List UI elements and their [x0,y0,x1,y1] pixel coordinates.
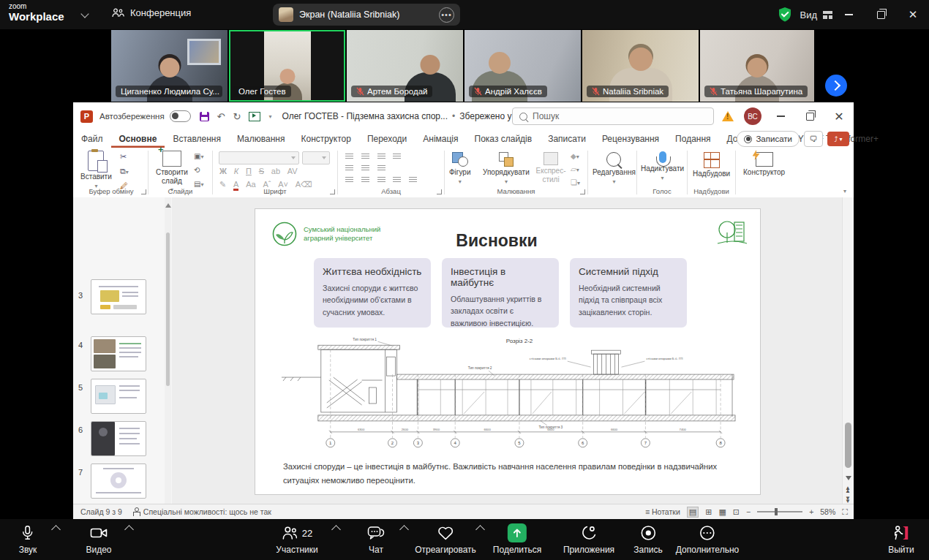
smartart-icon[interactable] [409,177,417,183]
audio-button[interactable]: Звук [19,523,37,555]
ppt-close-button[interactable]: ✕ [824,102,854,130]
record-button[interactable]: Записати [737,131,800,147]
tab-home[interactable]: Основне [111,130,165,148]
gallery-next-page-button[interactable] [825,75,847,97]
align-right-icon[interactable] [377,177,385,183]
record-meeting-button[interactable]: Запись [633,523,662,555]
autosave-toggle[interactable] [170,110,191,122]
next-slide-button[interactable]: ▼▼ [845,497,851,504]
chat-button[interactable]: Чат [367,523,385,555]
addins-button[interactable]: Надбудови [693,152,730,178]
scroll-thumb[interactable] [845,423,851,468]
slide-sorter-icon[interactable]: ⊞ [705,507,712,517]
participants-button[interactable]: 22 Участники [276,523,317,555]
zoom-level[interactable]: 58% [820,507,835,516]
reset-slide-icon[interactable]: ⟲ [194,166,203,174]
video-options-chevron[interactable] [124,525,134,534]
tab-options-icon[interactable]: ••• [439,7,454,23]
quick-styles-button[interactable]: Експрес-стилі [534,152,568,183]
participant-tile[interactable]: Андрій Халєєв [464,30,581,102]
accessibility-status[interactable]: Спеціальні можливості: щось не так [143,507,271,516]
tab-animations[interactable]: Анімація [415,130,466,148]
participant-tile[interactable]: Артем Бородай [347,30,463,102]
slide-thumbnail-6[interactable] [91,421,146,456]
reading-view-icon[interactable]: ▦ [718,507,726,517]
decrease-indent-icon[interactable] [345,165,353,172]
shape-effects-icon[interactable]: ❏▾ [571,178,580,186]
zoom-in-icon[interactable]: + [809,507,813,516]
underline-icon[interactable]: П [246,167,252,175]
tab-review[interactable]: Рецензування [594,130,667,148]
panel-scrollbar[interactable] [165,197,171,504]
screen-share-tab[interactable]: Экран (Nataliia Sribniak) ••• [273,4,460,26]
view-grid-icon[interactable] [823,11,832,19]
justify-icon[interactable] [393,177,401,183]
comments-button[interactable]: 🗨 [804,131,823,147]
layout-icon[interactable]: ▣▾ [194,152,203,160]
quick-access-more-icon[interactable]: ▾ [268,113,271,120]
dictate-button[interactable]: Надиктувати▾ [641,151,684,181]
font-name-combo[interactable] [219,151,299,164]
chat-options-chevron[interactable] [399,525,409,534]
font-size-combo[interactable] [302,151,330,164]
arrange-button[interactable]: Упорядкувати▾ [483,152,530,185]
align-center-icon[interactable] [361,177,369,183]
slideshow-icon[interactable] [249,112,260,121]
line-spacing-icon[interactable] [377,154,385,160]
paste-button[interactable]: Вставити▾ [80,151,112,189]
tab-file[interactable]: Файл [73,130,111,148]
font-dialog-launcher[interactable] [330,189,335,194]
copy-icon[interactable]: ⧉▾ [120,167,129,176]
undo-icon[interactable]: ↶ [217,111,225,122]
increase-indent-icon[interactable] [361,165,369,172]
collapse-ribbon-icon[interactable]: ▾ [843,188,846,194]
view-label[interactable]: Вид [800,10,817,20]
slideshow-view-icon[interactable]: ⊡ [733,507,740,517]
tab-view[interactable]: Подання [667,130,718,148]
audio-options-chevron[interactable] [51,525,61,534]
bold-icon[interactable]: Ж [219,167,227,175]
slide-9[interactable]: Сумський національний аграрний університ… [255,208,761,495]
security-shield-icon[interactable] [778,7,792,23]
slide-thumbnail-4[interactable] [91,336,146,371]
save-icon[interactable] [200,112,209,121]
zoom-close-button[interactable]: ✕ [897,0,929,29]
more-button[interactable]: Дополнительно [676,523,739,555]
ppt-restore-button[interactable] [795,102,824,130]
normal-view-icon[interactable]: ▤ [687,507,699,518]
slide-thumbnail-panel[interactable]: 3 4 5 [73,197,172,504]
columns-icon[interactable] [377,165,385,172]
tab-insert[interactable]: Вставлення [165,130,229,148]
tab-draw[interactable]: Малювання [229,130,293,148]
participant-tile[interactable]: Циганенко Людмила Су... [111,30,227,102]
editing-button[interactable]: Редагування▾ [593,152,636,185]
redo-icon[interactable]: ↻ [233,111,241,122]
notes-button[interactable]: ≡ Нотатки [645,507,680,516]
leave-button[interactable]: Выйти [888,523,914,555]
bullet-list-icon[interactable] [345,154,353,160]
main-scrollbar[interactable]: ▲▲ ▼▼ [842,197,854,504]
zoom-minimize-button[interactable] [832,0,865,29]
slide-thumbnail-5[interactable] [91,379,146,414]
zoom-out-icon[interactable]: − [746,507,751,516]
participant-tile[interactable]: Татьяна Шарапутина [700,30,814,102]
char-spacing-icon[interactable]: AV [287,167,298,175]
clipboard-dialog-launcher[interactable] [141,189,146,194]
warning-icon[interactable] [722,111,734,121]
video-button[interactable]: Видео [86,523,111,555]
shape-outline-icon[interactable]: ▱▾ [571,165,580,173]
strikethrough-icon[interactable]: S [259,167,264,175]
slide-thumbnail-3[interactable] [91,279,146,314]
tab-transitions[interactable]: Переходи [359,130,415,148]
shapes-button[interactable]: Фігури▾ [449,152,471,185]
italic-icon[interactable]: К [234,167,238,175]
slide-thumbnail-7[interactable] [91,463,146,499]
text-direction-icon[interactable] [393,154,401,160]
reactions-button[interactable]: Отреагировать [415,523,476,555]
zoom-restore-button[interactable] [865,0,897,29]
tab-slideshow[interactable]: Показ слайдів [467,130,541,148]
meeting-tab[interactable]: Конференция [112,7,191,18]
scroll-up-arrow[interactable] [165,203,171,208]
previous-slide-button[interactable]: ▲▲ [845,487,851,493]
participant-tile-active-speaker[interactable]: Олег Гостев [229,30,345,102]
